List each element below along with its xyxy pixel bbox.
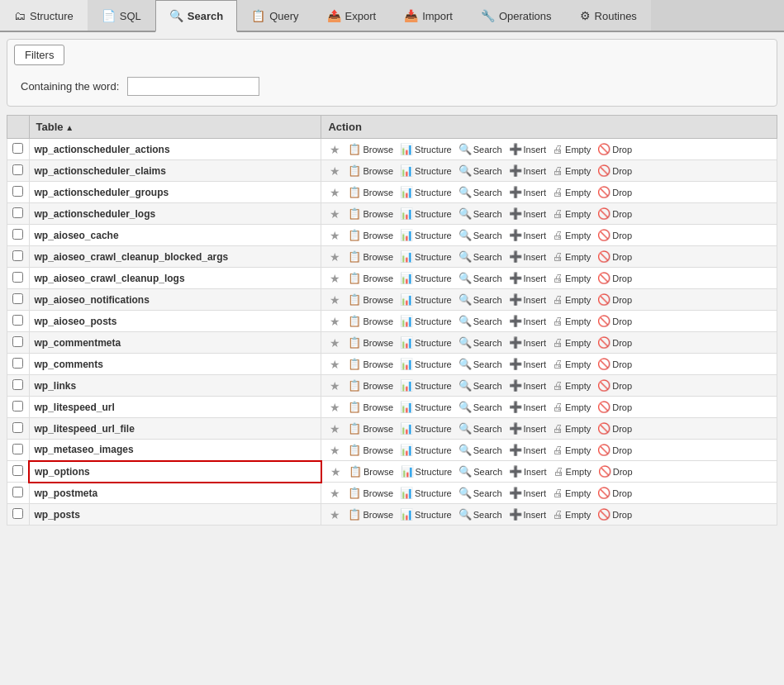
table-name-link[interactable]: wp_posts: [35, 509, 80, 521]
table-name-link[interactable]: wp_comments: [35, 359, 103, 370]
row-checkbox[interactable]: [12, 401, 23, 411]
empty-button[interactable]: 🖨 Empty: [550, 164, 593, 178]
drop-button[interactable]: 🚫 Drop: [595, 400, 634, 414]
structure-button[interactable]: 📊 Structure: [397, 486, 454, 500]
col-table-header[interactable]: Table: [29, 116, 321, 139]
browse-button[interactable]: 📋 Browse: [345, 357, 396, 371]
row-checkbox[interactable]: [12, 379, 23, 390]
filter-input[interactable]: [127, 77, 259, 96]
search-button[interactable]: 🔍 Search: [456, 142, 505, 156]
search-button[interactable]: 🔍 Search: [456, 421, 505, 435]
insert-button[interactable]: ➕ Insert: [506, 314, 549, 328]
structure-button[interactable]: 📊 Structure: [397, 293, 454, 307]
table-name-link[interactable]: wp_commentmeta: [35, 337, 121, 349]
structure-button[interactable]: 📊 Structure: [397, 400, 454, 414]
empty-button[interactable]: 🖨 Empty: [550, 207, 593, 221]
empty-button[interactable]: 🖨 Empty: [550, 486, 593, 500]
tab-query[interactable]: 📋Query: [237, 0, 312, 31]
drop-button[interactable]: 🚫 Drop: [595, 335, 634, 350]
browse-button[interactable]: 📋 Browse: [345, 250, 396, 264]
empty-button[interactable]: 🖨 Empty: [550, 400, 593, 414]
row-checkbox[interactable]: [12, 336, 23, 347]
empty-button[interactable]: 🖨 Empty: [550, 250, 593, 264]
structure-button[interactable]: 📊 Structure: [397, 443, 454, 457]
search-button[interactable]: 🔍 Search: [456, 293, 505, 307]
structure-button[interactable]: 📊 Structure: [397, 271, 454, 285]
drop-button[interactable]: 🚫 Drop: [595, 421, 634, 435]
row-checkbox[interactable]: [12, 250, 23, 261]
drop-button[interactable]: 🚫 Drop: [595, 271, 634, 285]
star-button[interactable]: ★: [326, 487, 344, 500]
insert-button[interactable]: ➕ Insert: [506, 464, 549, 478]
tab-search[interactable]: 🔍Search: [155, 0, 237, 32]
browse-button[interactable]: 📋 Browse: [345, 486, 396, 500]
table-name-link[interactable]: wp_actionscheduler_actions: [35, 144, 170, 155]
browse-button[interactable]: 📋 Browse: [345, 443, 396, 457]
table-name-link[interactable]: wp_actionscheduler_claims: [35, 165, 166, 177]
structure-button[interactable]: 📊 Structure: [397, 142, 454, 156]
table-name-link[interactable]: wp_options: [35, 466, 90, 478]
browse-button[interactable]: 📋 Browse: [345, 185, 396, 199]
table-name-link[interactable]: wp_actionscheduler_logs: [35, 208, 156, 220]
empty-button[interactable]: 🖨 Empty: [550, 314, 593, 328]
row-checkbox[interactable]: [12, 465, 23, 476]
empty-button[interactable]: 🖨 Empty: [550, 443, 593, 457]
insert-button[interactable]: ➕ Insert: [506, 421, 549, 435]
browse-button[interactable]: 📋 Browse: [345, 164, 396, 178]
search-button[interactable]: 🔍 Search: [456, 443, 505, 457]
structure-button[interactable]: 📊 Structure: [397, 228, 454, 242]
drop-button[interactable]: 🚫 Drop: [595, 443, 634, 457]
star-button[interactable]: ★: [326, 444, 344, 457]
search-button[interactable]: 🔍 Search: [456, 486, 505, 500]
table-name-link[interactable]: wp_aioseo_posts: [35, 316, 117, 327]
table-name-link[interactable]: wp_aioseo_notifications: [35, 294, 150, 306]
star-button[interactable]: ★: [326, 143, 344, 156]
structure-button[interactable]: 📊 Structure: [397, 314, 454, 328]
tab-import[interactable]: 📥Import: [390, 0, 467, 31]
drop-button[interactable]: 🚫 Drop: [595, 314, 634, 328]
browse-button[interactable]: 📋 Browse: [345, 207, 396, 221]
tab-export[interactable]: 📤Export: [313, 0, 391, 31]
row-checkbox[interactable]: [12, 229, 23, 240]
star-button[interactable]: ★: [326, 358, 344, 371]
star-button[interactable]: ★: [326, 250, 344, 264]
browse-button[interactable]: 📋 Browse: [346, 464, 397, 478]
star-button[interactable]: ★: [326, 186, 344, 199]
empty-button[interactable]: 🖨 Empty: [550, 142, 593, 156]
star-button[interactable]: ★: [326, 207, 344, 221]
drop-button[interactable]: 🚫 Drop: [595, 507, 634, 521]
star-button[interactable]: ★: [326, 508, 344, 521]
structure-button[interactable]: 📊 Structure: [398, 464, 455, 478]
browse-button[interactable]: 📋 Browse: [345, 314, 396, 328]
structure-button[interactable]: 📊 Structure: [397, 357, 454, 371]
insert-button[interactable]: ➕ Insert: [506, 357, 549, 371]
drop-button[interactable]: 🚫 Drop: [595, 486, 634, 500]
search-button[interactable]: 🔍 Search: [456, 228, 505, 242]
table-name-link[interactable]: wp_actionscheduler_groups: [35, 187, 169, 198]
browse-button[interactable]: 📋 Browse: [345, 507, 396, 521]
insert-button[interactable]: ➕ Insert: [506, 185, 549, 199]
table-name-link[interactable]: wp_aioseo_crawl_cleanup_blocked_args: [35, 251, 229, 263]
row-checkbox[interactable]: [12, 164, 23, 175]
row-checkbox[interactable]: [12, 293, 23, 304]
insert-button[interactable]: ➕ Insert: [506, 164, 549, 178]
table-name-link[interactable]: wp_links: [35, 380, 77, 392]
browse-button[interactable]: 📋 Browse: [345, 335, 396, 350]
insert-button[interactable]: ➕ Insert: [506, 507, 549, 521]
drop-button[interactable]: 🚫 Drop: [595, 378, 634, 392]
star-button[interactable]: ★: [326, 379, 344, 392]
table-name-link[interactable]: wp_aioseo_crawl_cleanup_logs: [35, 273, 185, 284]
insert-button[interactable]: ➕ Insert: [506, 378, 549, 392]
browse-button[interactable]: 📋 Browse: [345, 228, 396, 242]
insert-button[interactable]: ➕ Insert: [506, 293, 549, 307]
empty-button[interactable]: 🖨 Empty: [550, 378, 593, 392]
browse-button[interactable]: 📋 Browse: [345, 293, 396, 307]
star-button[interactable]: ★: [326, 164, 344, 178]
row-checkbox[interactable]: [12, 207, 23, 218]
star-button[interactable]: ★: [326, 422, 344, 435]
empty-button[interactable]: 🖨 Empty: [550, 271, 593, 285]
search-button[interactable]: 🔍 Search: [456, 335, 505, 350]
row-checkbox[interactable]: [12, 143, 23, 154]
search-button[interactable]: 🔍 Search: [456, 464, 505, 478]
empty-button[interactable]: 🖨 Empty: [550, 185, 593, 199]
